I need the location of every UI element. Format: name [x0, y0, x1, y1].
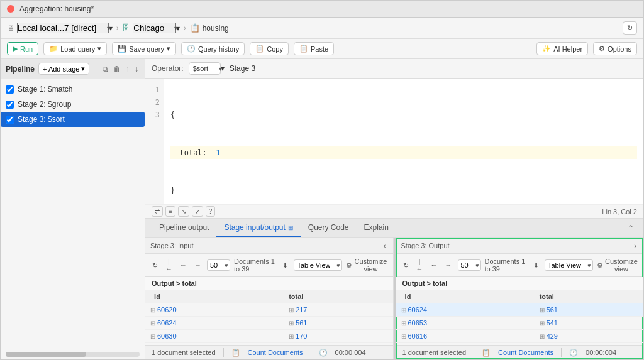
id-link[interactable]: ⊞60616 [401, 332, 530, 340]
total-icon: ⊞ [289, 333, 294, 340]
left-next-btn[interactable]: → [192, 260, 203, 270]
load-query-button[interactable]: 📁 Load query ▾ [43, 42, 107, 55]
window-title: Aggregation: housing* [19, 4, 94, 13]
tab-explain[interactable]: Explain [357, 219, 396, 237]
paste-button[interactable]: 📋 Paste [294, 42, 334, 55]
code-content[interactable]: { total: -1 } [164, 79, 643, 204]
pipeline-stage-3[interactable]: Stage 3: $sort [1, 112, 145, 127]
table-row[interactable]: ⊞60653 ⊞541 [396, 317, 644, 330]
options-button[interactable]: ⚙ Options [593, 42, 637, 55]
tab-explain-label: Explain [364, 223, 389, 232]
right-first-btn[interactable]: |← [414, 256, 425, 274]
pipeline-items: Stage 1: $match Stage 2: $group Stage 3:… [1, 79, 145, 349]
copy-label: Copy [267, 45, 283, 53]
left-customize-btn[interactable]: ⚙ Customize view [346, 258, 387, 273]
add-stage-button[interactable]: + Add stage ▾ [38, 63, 89, 75]
run-button[interactable]: ▶ Run [7, 42, 38, 55]
right-page-size-wrapper[interactable]: 50 ▾ [458, 259, 481, 271]
operator-select-wrapper[interactable]: $sort ▾ [189, 62, 225, 75]
cell-id[interactable]: ⊞60620 [145, 303, 284, 317]
left-count-docs-label[interactable]: Count Documents [248, 349, 303, 356]
code-editor[interactable]: 1 2 3 { total: -1 } [145, 79, 643, 204]
cell-id[interactable]: ⊞60653 [396, 317, 535, 330]
cell-id[interactable]: ⊞60629 [396, 343, 535, 346]
right-customize-btn[interactable]: ⚙ Customize view [597, 258, 638, 273]
cell-id[interactable]: ⊞60630 [145, 330, 284, 343]
table-row[interactable]: ⊞60630 ⊞170 [145, 330, 393, 343]
right-view-select-wrapper[interactable]: Table View ▾ [545, 259, 593, 271]
table-row[interactable]: ⊞60624 ⊞561 [145, 317, 393, 330]
delete-stage-button[interactable]: 🗑 [112, 63, 122, 75]
table-row[interactable]: ⊞60629 ⊞400 [396, 343, 644, 346]
left-page-size-select[interactable]: 50 [207, 259, 230, 271]
stage-2-checkbox[interactable] [6, 101, 14, 109]
left-refresh-btn[interactable]: ↻ [150, 260, 160, 271]
ai-helper-button[interactable]: ✨ AI Helper [536, 42, 588, 55]
connection-select[interactable]: Local local...7 [direct] [17, 23, 109, 33]
tab-pipeline-output[interactable]: Pipeline output [152, 219, 216, 237]
connection-select-wrapper[interactable]: Local local...7 [direct] ▾ [17, 23, 113, 33]
query-history-button[interactable]: 🕐 Query history [181, 42, 245, 55]
right-refresh-btn[interactable]: ↻ [401, 260, 411, 271]
table-row[interactable]: ⊞60624 ⊞561 [396, 303, 644, 317]
format-button[interactable]: ≡ [165, 206, 175, 217]
move-up-button[interactable]: ↑ [125, 63, 131, 75]
left-prev-btn[interactable]: ← [178, 260, 189, 270]
table-row[interactable]: ⊞60638 ⊞172 [145, 343, 393, 346]
pipeline-stage-2[interactable]: Stage 2: $group [1, 97, 145, 112]
right-view-select[interactable]: Table View [545, 259, 593, 271]
db-select-wrapper[interactable]: Chicago ▾ [133, 23, 180, 33]
server-icon: 🖥 [7, 24, 14, 33]
table-row[interactable]: ⊞60616 ⊞429 [396, 330, 644, 343]
load-query-label: Load query [60, 45, 95, 53]
id-link[interactable]: ⊞60624 [401, 306, 530, 314]
table-row[interactable]: ⊞60620 ⊞217 [145, 303, 393, 317]
word-wrap-button[interactable]: ⇌ [152, 206, 163, 217]
id-link[interactable]: ⊞60624 [150, 319, 279, 327]
left-first-btn[interactable]: |← [164, 256, 174, 274]
id-link[interactable]: ⊞60620 [150, 306, 279, 314]
total-value: ⊞541 [540, 319, 638, 327]
cell-id[interactable]: ⊞60624 [396, 303, 535, 317]
help-button[interactable]: ? [206, 206, 216, 217]
collapse-button[interactable]: ⤢ [192, 206, 203, 217]
right-prev-btn[interactable]: ← [429, 260, 440, 270]
right-export-btn[interactable]: ⬇ [531, 260, 541, 271]
save-query-button[interactable]: 💾 Save query ▾ [112, 42, 176, 55]
cell-id[interactable]: ⊞60624 [145, 317, 284, 330]
left-page-size-wrapper[interactable]: 50 ▾ [207, 259, 230, 271]
collapse-tabs-button[interactable]: ⌃ [625, 221, 637, 236]
cell-id[interactable]: ⊞60616 [396, 330, 535, 343]
right-status-sep-2 [561, 348, 562, 357]
stage-3-checkbox[interactable] [6, 116, 14, 124]
copy-button[interactable]: 📋 Copy [250, 42, 289, 55]
expand-button[interactable]: ⤡ [178, 206, 189, 217]
operator-select[interactable]: $sort [189, 62, 221, 75]
tab-stage-input-output[interactable]: Stage input/output ⊞ [216, 219, 300, 237]
pipeline-stage-1[interactable]: Stage 1: $match [1, 82, 145, 97]
right-page-size-select[interactable]: 50 [458, 259, 481, 271]
refresh-button[interactable]: ↻ [623, 21, 637, 35]
pipeline-sidebar: Pipeline + Add stage ▾ ⧉ 🗑 ↑ ↓ Stage 1: … [1, 59, 145, 359]
id-link[interactable]: ⊞60630 [150, 332, 279, 340]
stage-2-label: Stage 2: $group [18, 100, 71, 109]
tab-query-code[interactable]: Query Code [301, 219, 357, 237]
left-customize-label: Customize view [353, 258, 387, 273]
left-view-select-wrapper[interactable]: Table View ▾ [294, 259, 342, 271]
id-link[interactable]: ⊞60653 [401, 319, 530, 327]
left-status-sep-1 [223, 348, 224, 357]
right-panel-expand[interactable]: › [632, 241, 638, 251]
left-export-btn[interactable]: ⬇ [280, 260, 290, 271]
right-data-table: _id total ⊞60624 ⊞561 ⊞60653 ⊞541 ⊞60616… [396, 290, 644, 345]
stage-1-checkbox[interactable] [6, 85, 14, 94]
db-select[interactable]: Chicago [133, 23, 176, 33]
right-count-docs-label[interactable]: Count Documents [498, 349, 553, 356]
right-next-btn[interactable]: → [443, 260, 454, 270]
move-down-button[interactable]: ↓ [133, 63, 140, 75]
close-button[interactable] [7, 5, 14, 13]
pipeline-scrollbar[interactable] [6, 352, 140, 357]
left-view-select[interactable]: Table View [294, 259, 342, 271]
copy-stage-button[interactable]: ⧉ [101, 63, 109, 75]
left-panel-collapse[interactable]: ‹ [382, 241, 388, 251]
cell-id[interactable]: ⊞60638 [145, 343, 284, 346]
